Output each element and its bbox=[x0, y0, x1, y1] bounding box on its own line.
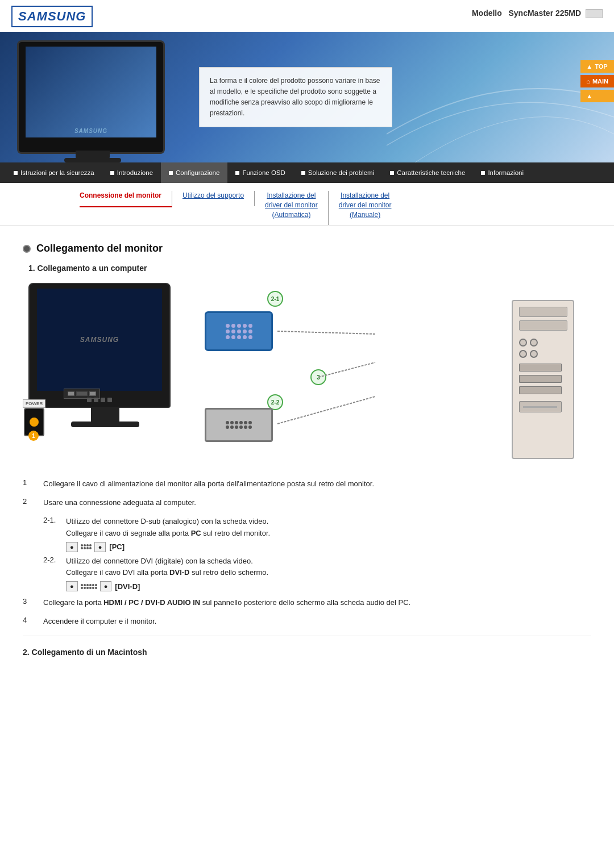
monitor-rear-diagram: SAMSUNG POWER bbox=[23, 283, 182, 465]
sec-nav-label-4: Installazione deldriver del monitor(Manu… bbox=[339, 191, 392, 219]
badge-2-1: 2-1 bbox=[267, 291, 283, 307]
nav-bullet-5 bbox=[301, 171, 305, 175]
sub-section-title: 1. Collegamento a un computer bbox=[28, 264, 591, 273]
nav-label-1: Istruzioni per la sicurezza bbox=[20, 169, 94, 176]
instruction-4: 4 Accendere il computer e il monitor. bbox=[23, 616, 591, 628]
port-2 bbox=[76, 391, 88, 396]
right-nav: ▲ TOP ⌂ MAIN ▲ bbox=[580, 60, 614, 102]
instr-num-2: 2 bbox=[23, 497, 34, 506]
model-name: SyncMaster 225MD bbox=[508, 9, 581, 18]
badge-1: 1 bbox=[28, 431, 39, 441]
nav-item-tecniche[interactable]: Caratteristiche tecniche bbox=[382, 162, 473, 183]
section-dot-icon bbox=[23, 245, 31, 253]
main-button[interactable]: ⌂ MAIN bbox=[580, 75, 614, 87]
sub-instr-2-2: 2-2. Utilizzo del connettore DVI (digita… bbox=[43, 556, 591, 592]
sub-num-2-1: 2-1. bbox=[43, 516, 60, 524]
diagram-area: SAMSUNG POWER bbox=[23, 283, 591, 465]
instr-text-3: Collegare la porta HDMI / PC / DVI-D AUD… bbox=[43, 597, 410, 609]
power-area: POWER 1 bbox=[23, 399, 45, 436]
dvi-label: [DVI-D] bbox=[115, 582, 140, 591]
pc-port-row-1 bbox=[519, 339, 567, 347]
connector-pc-diagram: 2-1 bbox=[193, 283, 591, 465]
pc-port-circle-1 bbox=[519, 339, 527, 347]
bold-dvi: DVI-D bbox=[169, 568, 189, 577]
dvi-connector-icon: ● bbox=[66, 581, 140, 591]
mon-btn-4 bbox=[107, 398, 112, 402]
top-button[interactable]: ▲ TOP bbox=[580, 60, 614, 73]
instr-text-1: Collegare il cavo di alimentazione del m… bbox=[43, 478, 374, 490]
instr-num-1: 1 bbox=[23, 478, 34, 487]
sub-text-2-1-line1: Utilizzo del connettore D-sub (analogico… bbox=[66, 516, 270, 540]
instructions: 1 Collegare il cavo di alimentazione del… bbox=[23, 478, 591, 627]
sec-nav-connessione[interactable]: Connessione del monitor bbox=[80, 191, 172, 207]
nav-item-sicurezza[interactable]: Istruzioni per la sicurezza bbox=[6, 162, 102, 183]
nav-label-6: Caratteristiche tecniche bbox=[397, 169, 465, 176]
model-label-text: Modello bbox=[472, 9, 502, 18]
hero-monitor-brand: SAMSUNG bbox=[74, 128, 107, 134]
nav-label-4: Funzione OSD bbox=[242, 169, 285, 176]
svg-line-2 bbox=[318, 362, 375, 377]
sec-nav-label-3: Installazione deldriver del monitor(Auto… bbox=[265, 191, 318, 219]
instr-num-4: 4 bbox=[23, 616, 34, 624]
pc-ports-section bbox=[519, 339, 567, 412]
nav-item-informazioni[interactable]: Informazioni bbox=[473, 162, 532, 183]
sub-num-2-2: 2-2. bbox=[43, 556, 60, 564]
instr-text-4: Accendere il computer e il monitor. bbox=[43, 616, 156, 628]
monitor-brand-label: SAMSUNG bbox=[80, 336, 119, 344]
section2-title: 2. Collegamento di un Macintosh bbox=[23, 648, 591, 657]
sec-nav-label-2: Utilizzo del supporto bbox=[182, 191, 244, 199]
pc-tower bbox=[512, 300, 574, 459]
nav-bar: Istruzioni per la sicurezza Introduzione… bbox=[0, 162, 614, 183]
pc-port-circle-3 bbox=[519, 350, 527, 358]
hero-screen: SAMSUNG bbox=[26, 47, 156, 137]
hero-monitor: SAMSUNG bbox=[17, 40, 165, 154]
nav-item-osd[interactable]: Funzione OSD bbox=[227, 162, 293, 183]
dvi-connector bbox=[205, 408, 279, 448]
instr-text-2: Usare una connessione adeguata al comput… bbox=[43, 497, 196, 509]
pc-slot-1 bbox=[519, 364, 562, 372]
mon-btn-3 bbox=[101, 398, 105, 402]
sec-nav-driver-auto[interactable]: Installazione deldriver del monitor(Auto… bbox=[265, 191, 329, 225]
mon-btn-2 bbox=[94, 398, 98, 402]
pc-port-row-2 bbox=[519, 350, 567, 358]
monitor-screen-inner: SAMSUNG bbox=[37, 289, 162, 391]
svg-line-1 bbox=[277, 397, 375, 424]
instr-num-3: 3 bbox=[23, 597, 34, 606]
nav-item-introduzione[interactable]: Introduzione bbox=[102, 162, 161, 183]
hero-banner: SAMSUNG La forma e il colore del prodott… bbox=[0, 32, 614, 162]
port-3 bbox=[89, 391, 96, 396]
monitor-buttons bbox=[87, 398, 112, 402]
section-title: Collegamento del monitor bbox=[23, 243, 591, 254]
nav-label-3: Configurazione bbox=[176, 169, 219, 176]
instruction-3: 3 Collegare la porta HDMI / PC / DVI-D A… bbox=[23, 597, 591, 609]
nav-label-2: Introduzione bbox=[117, 169, 153, 176]
monitor-base bbox=[71, 422, 139, 427]
nav-item-problemi[interactable]: Soluzione dei problemi bbox=[293, 162, 382, 183]
nav-label-5: Soluzione dei problemi bbox=[308, 169, 374, 176]
instruction-2: 2 Usare una connessione adeguata al comp… bbox=[23, 497, 591, 509]
sub-instructions: 2-1. Utilizzo del connettore D-sub (anal… bbox=[43, 516, 591, 591]
sec-nav-supporto[interactable]: Utilizzo del supporto bbox=[182, 191, 255, 206]
nav-bullet-3 bbox=[169, 171, 173, 175]
samsung-logo: SAMSUNG bbox=[11, 6, 93, 27]
sec-nav-label-1: Connessione del monitor bbox=[80, 191, 161, 199]
nav-item-configurazione[interactable]: Configurazione bbox=[161, 162, 227, 183]
hdmi-bold: HDMI / PC / DVI-D AUDIO IN bbox=[103, 598, 200, 607]
back-button[interactable]: ▲ bbox=[580, 90, 614, 102]
pc-drive-1 bbox=[519, 307, 567, 317]
monitor-body: SAMSUNG bbox=[28, 283, 171, 408]
pc-slot-3 bbox=[519, 386, 562, 394]
dvi-conn-box-left: ● bbox=[66, 581, 78, 591]
pc-cd-drive bbox=[519, 401, 562, 412]
pc-port-circle-2 bbox=[530, 339, 538, 347]
instruction-1: 1 Collegare il cavo di alimentazione del… bbox=[23, 478, 591, 490]
conn-pins bbox=[81, 544, 92, 549]
nav-bullet-6 bbox=[390, 171, 394, 175]
hero-curves bbox=[387, 32, 614, 162]
sec-nav-driver-manual[interactable]: Installazione deldriver del monitor(Manu… bbox=[339, 191, 402, 225]
svg-line-0 bbox=[277, 331, 375, 334]
dvi-conn-pins bbox=[81, 584, 97, 589]
top-arrow-icon: ▲ bbox=[586, 63, 592, 70]
nav-bullet-7 bbox=[481, 171, 485, 175]
mon-btn-1 bbox=[87, 398, 92, 402]
